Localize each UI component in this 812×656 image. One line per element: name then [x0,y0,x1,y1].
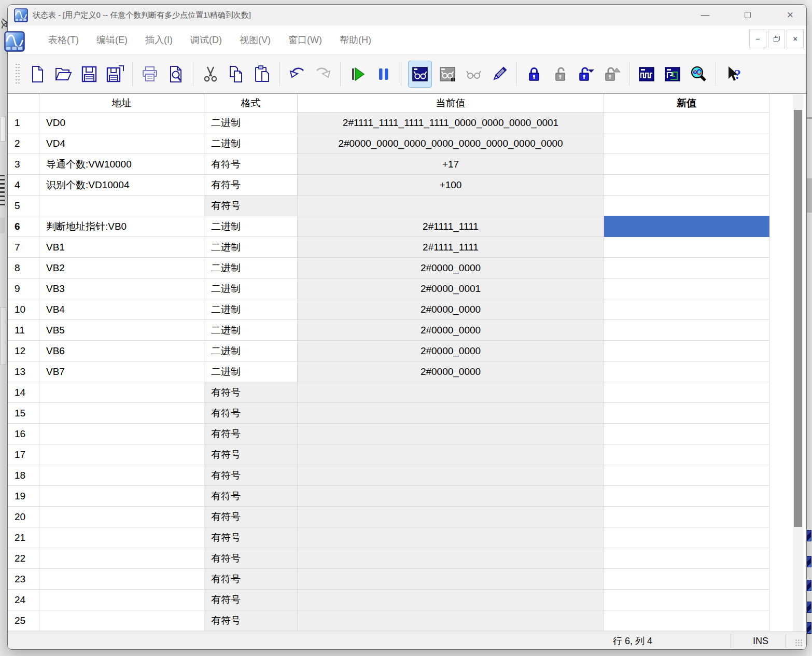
menu-help[interactable]: 帮助(H) [340,34,371,46]
new-value-cell[interactable] [604,175,769,196]
address-cell[interactable] [39,507,204,527]
header-new-value[interactable]: 新值 [604,94,769,113]
chart-status-on-button[interactable] [408,61,432,88]
row-number-cell[interactable]: 13 [8,361,39,382]
vertical-scrollbar[interactable] [793,94,803,632]
row-number-cell[interactable]: 6 [8,216,39,237]
help-button[interactable]: ? [723,61,744,88]
address-cell[interactable]: VB2 [39,258,204,278]
address-cell[interactable]: VD4 [39,133,204,154]
chart-status-pause-button[interactable] [437,61,458,88]
new-value-cell[interactable] [604,527,769,548]
format-cell[interactable]: 二进制 [204,320,298,341]
address-cell[interactable] [39,465,204,486]
address-cell[interactable]: 导通个数:VW10000 [39,154,204,175]
address-cell[interactable]: VB3 [39,278,204,299]
header-format[interactable]: 格式 [204,94,298,113]
row-number-cell[interactable]: 14 [8,382,39,403]
force-button[interactable] [524,61,544,88]
row-number-cell[interactable]: 11 [8,320,39,341]
format-cell[interactable]: 有符号 [204,569,298,590]
format-cell[interactable]: 二进制 [204,133,298,154]
print-preview-button[interactable] [165,61,186,88]
format-cell[interactable]: 有符号 [204,486,298,507]
new-value-cell[interactable] [604,133,769,154]
row-number-cell[interactable]: 8 [8,258,39,278]
row-number-cell[interactable]: 20 [8,507,39,527]
row-number-cell[interactable]: 25 [8,610,39,631]
new-value-cell[interactable] [604,196,769,216]
row-number-cell[interactable]: 9 [8,278,39,299]
address-cell[interactable] [39,196,204,216]
header-address[interactable]: 地址 [39,94,204,113]
address-cell[interactable]: VB1 [39,237,204,258]
address-cell[interactable]: VB5 [39,320,204,341]
redo-button[interactable] [313,61,333,88]
child-minimize-button[interactable]: – [749,30,766,48]
menu-table[interactable]: 表格(T) [48,34,79,46]
unforce-button[interactable] [550,61,570,88]
open-file-button[interactable] [53,61,74,88]
save-button[interactable] [79,61,100,88]
paste-button[interactable] [252,61,273,88]
row-number-cell[interactable]: 7 [8,237,39,258]
menu-insert[interactable]: 插入(I) [145,34,173,46]
address-cell[interactable] [39,486,204,507]
pause-button[interactable] [373,61,394,88]
maximize-button[interactable] [741,8,754,22]
format-cell[interactable]: 有符号 [204,424,298,444]
new-value-cell[interactable] [604,569,769,590]
single-read-button[interactable] [463,61,484,88]
cut-button[interactable] [200,61,221,88]
new-value-cell[interactable] [604,216,769,237]
address-cell[interactable]: VB7 [39,361,204,382]
save-all-button[interactable] [105,61,125,88]
format-cell[interactable]: 二进制 [204,113,298,133]
new-value-cell[interactable] [604,361,769,382]
row-number-cell[interactable]: 18 [8,465,39,486]
minimize-button[interactable]: — [698,8,712,22]
row-number-cell[interactable]: 2 [8,133,39,154]
new-value-cell[interactable] [604,154,769,175]
menu-view[interactable]: 视图(V) [240,34,271,46]
new-value-cell[interactable] [604,299,769,320]
address-cell[interactable]: VB4 [39,299,204,320]
address-cell[interactable] [39,382,204,403]
new-value-cell[interactable] [604,444,769,465]
new-value-cell[interactable] [604,258,769,278]
format-cell[interactable]: 有符号 [204,610,298,631]
scrollbar-thumb[interactable] [794,110,802,527]
new-value-cell[interactable] [604,320,769,341]
copy-button[interactable] [226,61,247,88]
row-number-cell[interactable]: 3 [8,154,39,175]
row-number-cell[interactable]: 17 [8,444,39,465]
format-cell[interactable]: 二进制 [204,299,298,320]
format-cell[interactable]: 有符号 [204,444,298,465]
row-number-cell[interactable]: 12 [8,341,39,361]
unforce-all-button[interactable] [601,61,622,88]
format-cell[interactable]: 有符号 [204,382,298,403]
new-value-cell[interactable] [604,424,769,444]
menu-debug[interactable]: 调试(D) [190,34,222,46]
address-cell[interactable] [39,403,204,424]
format-cell[interactable]: 有符号 [204,507,298,527]
format-cell[interactable]: 有符号 [204,548,298,569]
format-cell[interactable]: 二进制 [204,278,298,299]
format-cell[interactable]: 二进制 [204,237,298,258]
row-number-cell[interactable]: 22 [8,548,39,569]
row-number-cell[interactable]: 19 [8,486,39,507]
address-cell[interactable] [39,424,204,444]
child-window-app-icon[interactable] [4,31,25,52]
row-number-cell[interactable]: 21 [8,527,39,548]
run-button[interactable] [347,61,368,88]
address-cell[interactable] [39,548,204,569]
format-cell[interactable]: 二进制 [204,361,298,382]
new-value-cell[interactable] [604,507,769,527]
child-restore-button[interactable] [768,30,785,48]
format-cell[interactable]: 有符号 [204,175,298,196]
row-number-cell[interactable]: 23 [8,569,39,590]
new-value-cell[interactable] [604,382,769,403]
write-all-button[interactable] [489,61,510,88]
menu-window[interactable]: 窗口(W) [288,34,322,46]
address-cell[interactable]: 判断地址指针:VB0 [39,216,204,237]
